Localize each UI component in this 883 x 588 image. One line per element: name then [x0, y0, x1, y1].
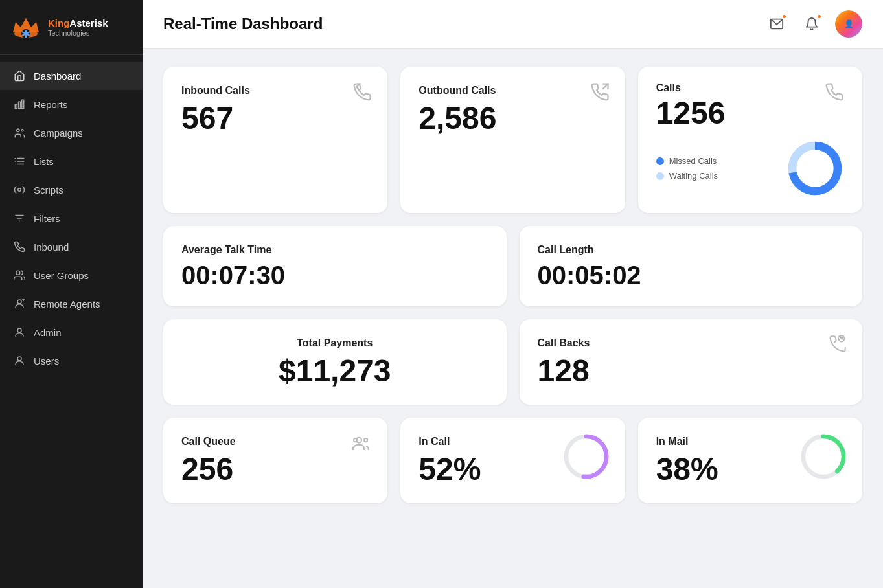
call-queue-value: 256 — [181, 454, 369, 485]
mail-button[interactable] — [765, 12, 788, 36]
sidebar-item-scripts[interactable]: Scripts — [0, 175, 143, 204]
row-3: Total Payments $11,273 Call Backs 128 — [163, 319, 862, 405]
sidebar-item-remote-agents[interactable]: Remote Agents — [0, 289, 143, 318]
notifications-button[interactable] — [800, 12, 823, 36]
logo-text: KingAsterisk Technologies — [48, 17, 108, 38]
sidebar-item-label: User Groups — [34, 270, 89, 281]
row-1: Inbound Calls 567 Outbound Calls 2,586 C… — [163, 67, 862, 213]
sidebar-item-inbound[interactable]: Inbound — [0, 232, 143, 261]
donut-legend: Missed Calls Waiting Calls — [656, 156, 718, 181]
svg-point-16 — [18, 188, 21, 192]
user-avatar[interactable]: 👤 — [835, 10, 862, 38]
call-backs-value: 128 — [538, 356, 845, 387]
outbound-phone-icon — [590, 82, 610, 106]
avatar-image: 👤 — [835, 10, 862, 38]
row-4: Call Queue 256 In Call 52% — [163, 418, 862, 503]
svg-rect-5 — [15, 104, 17, 109]
outbound-calls-label: Outbound Calls — [419, 85, 606, 96]
calls-label: Calls — [656, 82, 726, 94]
inbound-phone-icon — [352, 82, 372, 106]
remote-agents-icon — [13, 297, 26, 310]
logo-svg — [10, 12, 41, 43]
sidebar: KingAsterisk Technologies Dashboard Repo… — [0, 0, 143, 588]
logo-tech: Technologies — [48, 29, 108, 38]
notification-badge — [816, 14, 822, 19]
svg-rect-6 — [19, 102, 21, 109]
call-backs-card: Call Backs 128 — [520, 319, 863, 405]
sidebar-item-filters[interactable]: Filters — [0, 204, 143, 232]
avg-talk-time-card: Average Talk Time 00:07:30 — [163, 226, 507, 306]
sidebar-item-label: Users — [34, 356, 59, 367]
scripts-icon — [13, 183, 26, 196]
dashboard-grid: Inbound Calls 567 Outbound Calls 2,586 C… — [143, 49, 883, 521]
page-title: Real-Time Dashboard — [163, 15, 323, 33]
call-queue-card: Call Queue 256 — [163, 418, 387, 503]
sidebar-item-label: Admin — [34, 327, 62, 338]
phone-incoming-icon — [13, 240, 26, 253]
svg-point-36 — [354, 438, 357, 442]
admin-icon — [13, 326, 26, 339]
inbound-calls-card: Inbound Calls 567 — [163, 67, 387, 213]
main-content: Real-Time Dashboard 👤 Inbound Calls — [143, 0, 883, 588]
in-mail-card: In Mail 38% — [638, 418, 862, 503]
avg-talk-time-label: Average Talk Time — [181, 244, 488, 256]
inbound-calls-value: 567 — [181, 103, 369, 134]
svg-point-25 — [17, 357, 21, 361]
calls-phone-icon — [825, 82, 844, 106]
sidebar-item-label: Lists — [34, 156, 54, 167]
logo-area: KingAsterisk Technologies — [0, 0, 143, 55]
legend-waiting-calls: Waiting Calls — [656, 171, 718, 181]
list-icon — [13, 155, 26, 168]
sidebar-item-label: Filters — [34, 213, 60, 224]
svg-point-8 — [17, 129, 20, 132]
filters-icon — [13, 212, 26, 225]
sidebar-item-dashboard[interactable]: Dashboard — [0, 62, 143, 90]
missed-calls-dot — [656, 157, 664, 165]
sidebar-item-label: Campaigns — [34, 128, 83, 139]
sidebar-item-lists[interactable]: Lists — [0, 147, 143, 175]
svg-point-9 — [21, 130, 23, 131]
nav-list: Dashboard Reports Campaigns Lists — [0, 55, 143, 381]
total-payments-card: Total Payments $11,273 — [163, 319, 507, 405]
sidebar-item-user-groups[interactable]: User Groups — [0, 261, 143, 289]
waiting-calls-dot — [656, 172, 664, 180]
in-call-card: In Call 52% — [400, 418, 625, 503]
inbound-calls-label: Inbound Calls — [181, 85, 369, 96]
row-2: Average Talk Time 00:07:30 Call Length 0… — [163, 226, 862, 306]
svg-point-24 — [17, 328, 21, 332]
bar-chart-icon — [13, 98, 26, 111]
call-length-value: 00:05:02 — [538, 262, 845, 288]
total-payments-value: $11,273 — [279, 356, 391, 387]
callback-icon — [829, 335, 847, 357]
call-queue-icon — [351, 433, 372, 458]
sidebar-item-label: Scripts — [34, 185, 63, 196]
avg-talk-time-value: 00:07:30 — [181, 262, 488, 288]
users-icon — [13, 354, 26, 367]
calls-value: 1256 — [656, 98, 726, 129]
missed-calls-legend-label: Missed Calls — [669, 156, 717, 166]
sidebar-item-reports[interactable]: Reports — [0, 90, 143, 119]
user-groups-icon — [13, 269, 26, 282]
total-payments-label: Total Payments — [297, 337, 373, 349]
svg-point-20 — [16, 271, 20, 275]
sidebar-item-label: Remote Agents — [34, 299, 100, 310]
sidebar-item-users[interactable]: Users — [0, 346, 143, 375]
waiting-calls-legend-label: Waiting Calls — [669, 171, 718, 181]
sidebar-item-label: Dashboard — [34, 71, 81, 82]
logo-king: KingAsterisk — [48, 17, 108, 29]
campaigns-icon — [13, 126, 26, 139]
call-backs-label: Call Backs — [538, 337, 845, 349]
bell-icon — [805, 17, 819, 31]
sidebar-item-admin[interactable]: Admin — [0, 318, 143, 346]
donut-chart — [786, 139, 844, 198]
topbar-actions: 👤 — [765, 10, 862, 38]
in-mail-progress — [797, 431, 849, 485]
in-call-progress — [560, 431, 612, 485]
call-queue-label: Call Queue — [181, 436, 369, 447]
sidebar-item-label: Inbound — [34, 242, 69, 253]
legend-missed-calls: Missed Calls — [656, 156, 718, 166]
mail-badge — [781, 14, 787, 19]
call-length-card: Call Length 00:05:02 — [520, 226, 863, 306]
svg-point-35 — [364, 438, 367, 442]
sidebar-item-campaigns[interactable]: Campaigns — [0, 119, 143, 147]
